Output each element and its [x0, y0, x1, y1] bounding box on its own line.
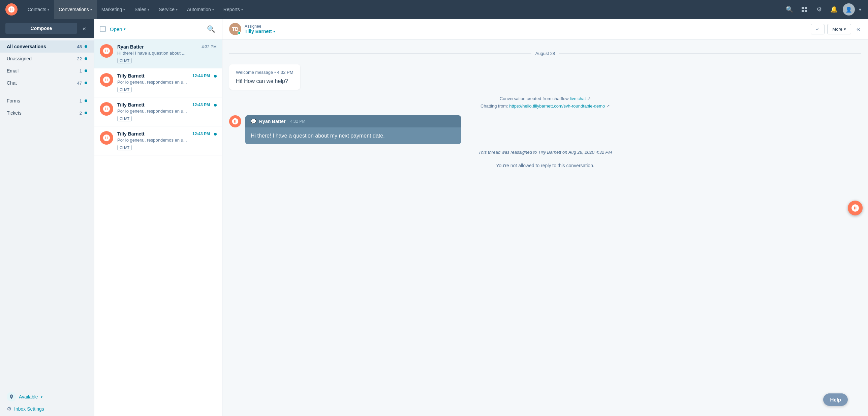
conv-content: Tilly Barnett 12:44 PM Por lo general, r…	[117, 73, 210, 92]
notifications-button[interactable]: 🔔	[828, 3, 840, 16]
unread-indicator	[214, 75, 217, 78]
nav-reports[interactable]: Reports▾	[219, 0, 248, 19]
sidebar-item-label: Email	[7, 68, 80, 73]
chat-area: TB Assignee Tilly Barnett ▾ ✓ More	[222, 19, 868, 416]
nav-contacts[interactable]: Contacts▾	[23, 0, 54, 19]
nav-marketing[interactable]: Marketing▾	[97, 0, 130, 19]
help-button[interactable]: Help	[823, 393, 848, 406]
user-msg-header: 💬 Ryan Batter 4:32 PM	[245, 115, 461, 127]
sidebar-item-dot	[85, 112, 87, 114]
sidebar-item-dot	[85, 99, 87, 102]
sidebar-item-dot	[85, 57, 87, 60]
live-chat-link[interactable]: live chat	[570, 96, 586, 101]
ext-link-icon2: ↗	[606, 103, 610, 109]
sidebar-nav: All conversations 48 Unassigned 22 Email…	[0, 38, 94, 388]
sidebar-item-tickets[interactable]: Tickets 2	[0, 107, 94, 119]
conv-search-button[interactable]: 🔍	[206, 24, 217, 34]
conv-name: Tilly Barnett	[117, 102, 145, 108]
conv-info-line1: Conversation created from chatflow live …	[229, 95, 861, 102]
sidebar-item-count: 48	[77, 44, 82, 49]
main-layout: Compose « All conversations 48 Unassigne…	[0, 19, 868, 416]
marketplace-button[interactable]	[798, 3, 810, 16]
nav-conversations[interactable]: Conversations▾	[54, 0, 97, 19]
sidebar-item-count: 22	[77, 56, 82, 61]
user-msg-avatar	[229, 115, 241, 127]
nav-automation[interactable]: Automation▾	[182, 0, 219, 19]
resolve-button[interactable]: ✓	[811, 24, 825, 34]
available-icon	[7, 392, 16, 402]
more-chevron-icon: ▾	[844, 27, 846, 32]
chat-type-badge: CHAT	[117, 145, 132, 150]
unread-indicator	[214, 133, 217, 136]
conv-time: 4:32 PM	[202, 44, 217, 49]
settings-button[interactable]: ⚙	[813, 3, 825, 16]
nav-service[interactable]: Service▾	[154, 0, 182, 19]
check-icon: ✓	[816, 27, 819, 32]
top-navigation: Contacts▾ Conversations▾ Marketing▾ Sale…	[0, 0, 868, 19]
chat-header-actions: ✓ More ▾	[811, 24, 851, 34]
conv-name: Ryan Batter	[117, 44, 144, 50]
chat-type-badge: CHAT	[117, 116, 132, 121]
sidebar-item-dot	[85, 82, 87, 84]
collapse-right-panel-button[interactable]: «	[855, 24, 861, 34]
user-avatar[interactable]: 👤	[843, 3, 855, 16]
gear-icon: ⚙	[7, 406, 11, 412]
nav-icons: 🔍 ⚙ 🔔 👤 ▾	[783, 0, 863, 19]
conversation-list: Open ▾ 🔍 Ryan Batter 4:32 PM Hi there! I…	[94, 19, 222, 416]
compose-bar: Compose «	[0, 19, 94, 38]
welcome-message-bubble: Welcome message • 4:32 PM Hi! How can we…	[229, 64, 300, 90]
chatting-from-link[interactable]: https://hello.tillybarnett.com/svh-round…	[509, 103, 605, 109]
sidebar-item-label: All conversations	[7, 44, 77, 49]
conv-info: Conversation created from chatflow live …	[229, 95, 861, 110]
no-reply-note: You're not allowed to reply to this conv…	[229, 160, 861, 171]
sidebar-item-chat[interactable]: Chat 47	[0, 77, 94, 89]
sidebar-item-all-conversations[interactable]: All conversations 48	[0, 40, 94, 53]
hubspot-floating-button[interactable]	[848, 201, 863, 215]
conv-top: Tilly Barnett 12:44 PM	[117, 73, 210, 79]
assignee-info: TB Assignee Tilly Barnett ▾	[229, 23, 807, 35]
user-msg-body: Hi there! I have a question about my nex…	[245, 127, 461, 144]
sidebar-divider	[7, 92, 87, 92]
assignee-name[interactable]: Tilly Barnett ▾	[245, 29, 275, 34]
conv-item-ryan[interactable]: Ryan Batter 4:32 PM Hi there! I have a q…	[94, 39, 222, 68]
assignee-label: Assignee	[245, 24, 275, 29]
chat-header: TB Assignee Tilly Barnett ▾ ✓ More	[222, 19, 868, 39]
chat-type-badge: CHAT	[117, 87, 132, 92]
sidebar-item-count: 1	[80, 98, 82, 103]
compose-button[interactable]: Compose	[5, 23, 77, 34]
user-message-bubble: 💬 Ryan Batter 4:32 PM Hi there! I have a…	[245, 115, 461, 144]
search-button[interactable]: 🔍	[783, 3, 796, 16]
user-msg-time: 4:32 PM	[290, 119, 306, 124]
sidebar-item-label: Chat	[7, 80, 77, 86]
conv-preview: Hi there! I have a question about ...	[117, 51, 217, 56]
available-status-button[interactable]: Available ▾	[7, 392, 87, 402]
sidebar-item-dot	[85, 45, 87, 48]
filter-dropdown[interactable]: Open ▾	[110, 26, 126, 32]
filter-dropdown-chevron: ▾	[124, 27, 126, 31]
conv-avatar	[100, 102, 113, 116]
conv-avatar	[100, 131, 113, 145]
inbox-settings-button[interactable]: ⚙ Inbox Settings	[7, 406, 87, 412]
conv-list-header: Open ▾ 🔍	[94, 19, 222, 39]
nav-sales[interactable]: Sales▾	[130, 0, 154, 19]
conv-preview: Por lo general, respondemos en u...	[117, 138, 210, 143]
conv-item-tilly-3[interactable]: Tilly Barnett 12:43 PM Por lo general, r…	[94, 126, 222, 155]
sidebar-item-label: Unassigned	[7, 56, 77, 61]
sidebar-item-unassigned[interactable]: Unassigned 22	[0, 53, 94, 65]
hubspot-logo[interactable]	[5, 3, 18, 16]
avatar-dropdown[interactable]: ▾	[858, 0, 863, 19]
more-button[interactable]: More ▾	[827, 24, 851, 34]
conv-top: Tilly Barnett 12:43 PM	[117, 131, 210, 137]
conv-item-tilly-2[interactable]: Tilly Barnett 12:43 PM Por lo general, r…	[94, 97, 222, 126]
date-divider: August 28	[229, 50, 861, 56]
chat-messages: August 28 Welcome message • 4:32 PM Hi! …	[222, 39, 868, 416]
conv-name: Tilly Barnett	[117, 73, 145, 79]
conv-items: Ryan Batter 4:32 PM Hi there! I have a q…	[94, 39, 222, 416]
sidebar-item-forms[interactable]: Forms 1	[0, 95, 94, 107]
sidebar-item-email[interactable]: Email 1	[0, 65, 94, 77]
select-all-checkbox[interactable]	[100, 26, 106, 32]
collapse-sidebar-button[interactable]: «	[80, 25, 89, 32]
assignee-status-dot	[238, 31, 241, 35]
conv-item-tilly-1[interactable]: Tilly Barnett 12:44 PM Por lo general, r…	[94, 68, 222, 97]
sidebar-item-count: 1	[80, 68, 82, 73]
